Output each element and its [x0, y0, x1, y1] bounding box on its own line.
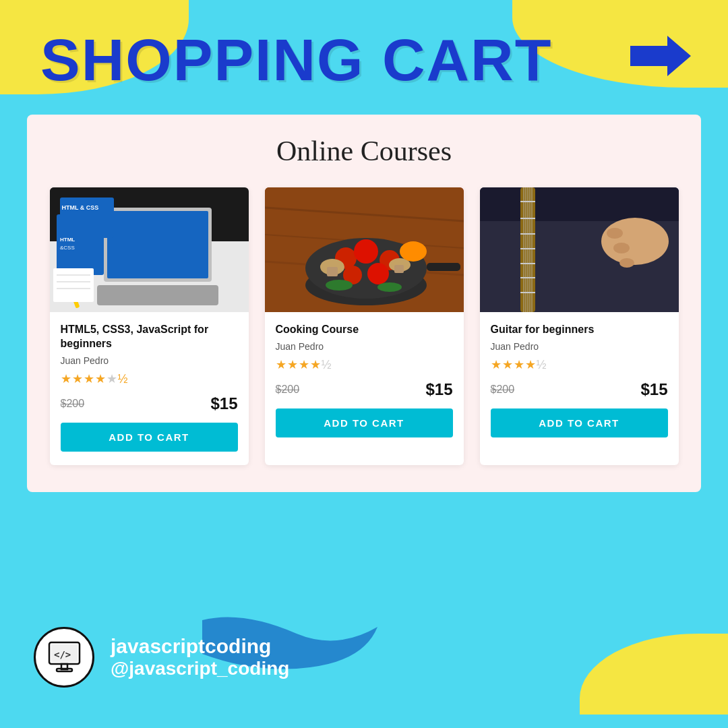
product-card-1: HTML &CSS HTML5, CSS3, JavaScript for be… — [50, 187, 249, 465]
product-stars-1: ★★★★★½ — [61, 371, 238, 386]
product-info-2: Cooking Course Juan Pedro ★★★★½ $200 $15… — [265, 312, 464, 451]
add-to-cart-button-3[interactable]: ADD TO CART — [491, 408, 668, 437]
product-stars-3: ★★★★½ — [491, 357, 668, 372]
product-name-3: Guitar for beginners — [491, 323, 668, 337]
product-stars-2: ★★★★½ — [276, 357, 453, 372]
svg-rect-21 — [427, 263, 460, 271]
svg-rect-8 — [97, 285, 218, 305]
price-current-3: $15 — [640, 380, 667, 399]
footer-logo: </> — [34, 627, 94, 688]
product-info-1: HTML5, CSS3, JavaScript for beginners Ju… — [50, 312, 249, 465]
svg-rect-4 — [107, 211, 208, 278]
price-original-1: $200 — [61, 398, 85, 410]
footer-handle: @javascript_coding — [111, 658, 289, 679]
svg-text:HTML: HTML — [60, 237, 75, 243]
product-image-3 — [480, 187, 679, 312]
product-card-2: Cooking Course Juan Pedro ★★★★½ $200 $15… — [265, 187, 464, 465]
price-original-3: $200 — [491, 384, 515, 396]
svg-rect-30 — [394, 265, 404, 273]
svg-point-26 — [367, 263, 389, 284]
page-header: SHOPPING CART — [0, 0, 728, 94]
price-current-1: $15 — [210, 394, 237, 413]
product-author-3: Juan Pedro — [491, 341, 668, 352]
price-row-2: $200 $15 — [276, 380, 453, 399]
svg-point-23 — [354, 239, 378, 264]
product-author-2: Juan Pedro — [276, 341, 453, 352]
svg-point-52 — [619, 258, 634, 268]
add-to-cart-button-1[interactable]: ADD TO CART — [61, 423, 238, 452]
page-title: SHOPPING CART — [40, 26, 728, 94]
product-name-2: Cooking Course — [276, 323, 453, 337]
code-monitor-icon: </> — [46, 639, 83, 676]
product-image-1: HTML &CSS — [50, 187, 249, 312]
product-card-3: Guitar for beginners Juan Pedro ★★★★½ $2… — [480, 187, 679, 465]
courses-grid: HTML &CSS HTML5, CSS3, JavaScript for be… — [47, 187, 681, 465]
product-image-2 — [265, 187, 464, 312]
blob-bottom-right — [580, 634, 728, 715]
svg-point-50 — [607, 228, 623, 239]
courses-container: Online Courses HTML &CSS — [27, 115, 701, 492]
svg-point-33 — [377, 282, 402, 292]
price-row-3: $200 $15 — [491, 380, 668, 399]
svg-rect-28 — [327, 267, 338, 276]
svg-point-51 — [613, 243, 630, 253]
svg-point-31 — [400, 241, 427, 262]
footer-text: javascriptcoding @javascript_coding — [111, 635, 289, 679]
svg-point-32 — [326, 280, 353, 291]
price-current-2: $15 — [425, 380, 452, 399]
svg-rect-10 — [53, 268, 94, 302]
page-footer: </> javascriptcoding @javascript_coding — [34, 627, 289, 688]
svg-text:&CSS: &CSS — [60, 245, 75, 251]
product-author-1: Juan Pedro — [61, 355, 238, 366]
svg-text:</>: </> — [54, 649, 71, 660]
courses-section-title: Online Courses — [47, 135, 681, 167]
svg-point-49 — [601, 218, 669, 265]
add-to-cart-button-2[interactable]: ADD TO CART — [276, 408, 453, 437]
price-original-2: $200 — [276, 384, 300, 396]
price-row-1: $200 $15 — [61, 394, 238, 413]
product-info-3: Guitar for beginners Juan Pedro ★★★★½ $2… — [480, 312, 679, 451]
product-name-1: HTML5, CSS3, JavaScript for beginners — [61, 323, 238, 351]
footer-username: javascriptcoding — [111, 635, 289, 658]
